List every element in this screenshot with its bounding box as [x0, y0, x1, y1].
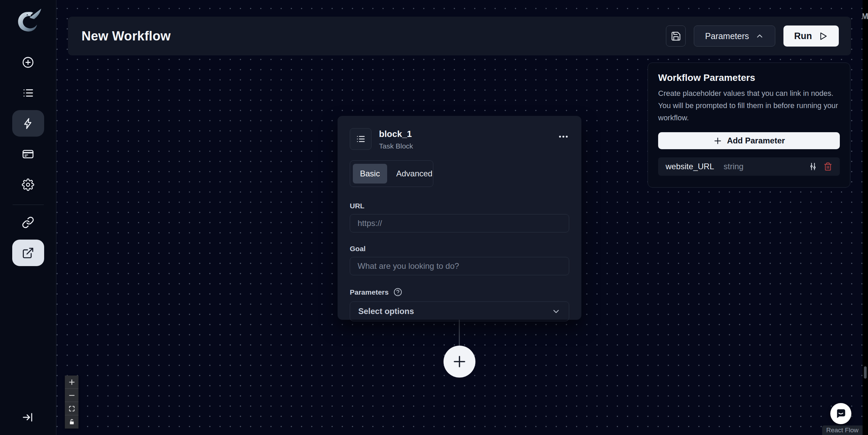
sidebar-item-billing[interactable] [12, 141, 44, 167]
tab-advanced[interactable]: Advanced [389, 164, 440, 184]
parameters-field-group: Parameters Select options [350, 288, 569, 321]
fit-view-button[interactable] [65, 402, 78, 415]
task-block-icon-box[interactable] [350, 128, 372, 150]
chevron-down-icon [551, 307, 561, 316]
lightning-icon [22, 117, 34, 130]
sidebar-divider [13, 205, 44, 205]
run-label: Run [794, 31, 812, 41]
block-title: block_1 [379, 129, 413, 139]
save-button[interactable] [666, 25, 686, 47]
goal-label: Goal [350, 245, 569, 253]
list-icon [22, 87, 34, 99]
sidebar-item-share[interactable] [12, 240, 44, 266]
ellipsis-icon [558, 131, 569, 142]
url-field-group: URL [350, 202, 569, 232]
plus-icon [713, 136, 722, 145]
messenger-launcher[interactable] [830, 403, 851, 424]
scrollbar-thumb[interactable] [864, 366, 867, 379]
block-subtitle: Task Block [379, 142, 413, 150]
parameter-row: website_URL string [658, 157, 840, 176]
block-mode-tabs: Basic Advanced [350, 160, 433, 187]
zoom-out-icon [68, 392, 75, 399]
chevron-up-icon [755, 32, 764, 40]
parameters-toggle-label: Parameters [705, 31, 749, 41]
add-parameter-label: Add Parameter [727, 136, 785, 145]
zoom-out-button[interactable] [65, 389, 78, 402]
add-node-button[interactable] [444, 346, 475, 378]
external-link-icon [22, 247, 34, 259]
link-icon [22, 216, 34, 229]
add-parameter-button[interactable]: Add Parameter [658, 132, 840, 149]
collapse-sidebar-button[interactable] [12, 406, 44, 428]
zoom-in-icon [68, 379, 75, 386]
trash-icon[interactable] [824, 162, 832, 171]
plus-circle-icon [22, 56, 34, 69]
sidebar-item-settings[interactable] [12, 171, 44, 198]
url-input[interactable] [350, 214, 569, 232]
unlock-icon [68, 418, 75, 425]
task-block-header: block_1 Task Block [350, 128, 569, 150]
goal-input[interactable] [350, 257, 569, 275]
collapse-sidebar-icon [22, 411, 35, 424]
sidebar [0, 0, 56, 435]
task-block-node[interactable]: block_1 Task Block Basic Advanced URL Go… [338, 116, 581, 320]
parameters-toggle-button[interactable]: Parameters [694, 25, 775, 47]
sliders-icon[interactable] [809, 162, 817, 171]
task-list-icon [356, 134, 366, 144]
gear-icon [22, 178, 34, 191]
tab-basic[interactable]: Basic [353, 164, 387, 184]
page-title: New Workflow [82, 29, 171, 44]
help-circle-icon[interactable] [393, 288, 402, 297]
fit-view-icon [68, 405, 75, 412]
sidebar-nav [12, 49, 44, 270]
parameters-select[interactable]: Select options [350, 301, 569, 321]
panel-title: Workflow Parameters [658, 72, 840, 83]
parameters-select-value: Select options [358, 307, 414, 316]
chat-bubble-icon [835, 407, 847, 420]
sidebar-item-workflows[interactable] [12, 110, 44, 137]
parameter-type: string [724, 162, 744, 171]
parameter-name: website_URL [666, 162, 714, 171]
react-flow-attribution[interactable]: React Flow [822, 425, 863, 435]
sidebar-item-integrations[interactable] [12, 209, 44, 236]
panel-description: Create placeholder values that you can l… [658, 87, 840, 124]
workflow-header: New Workflow Parameters Run [68, 17, 851, 55]
plus-icon [451, 353, 468, 370]
save-icon [671, 31, 681, 41]
url-label: URL [350, 202, 569, 210]
play-icon [818, 31, 828, 41]
sidebar-item-tasks[interactable] [12, 80, 44, 106]
run-button[interactable]: Run [783, 25, 839, 47]
clipped-edge-text: M [863, 12, 868, 21]
attribution-label: React Flow [826, 427, 858, 434]
parameters-label-row: Parameters [350, 288, 569, 297]
header-actions: Parameters Run [666, 25, 839, 47]
workflow-parameters-panel: Workflow Parameters Create placeholder v… [648, 63, 850, 188]
lock-button[interactable] [65, 415, 78, 429]
credit-card-icon [22, 148, 34, 160]
skyvern-dragon-logo[interactable] [12, 4, 44, 38]
parameter-actions [809, 162, 832, 171]
block-menu-button[interactable] [558, 131, 569, 142]
sidebar-item-create[interactable] [12, 49, 44, 75]
canvas-controls [65, 376, 78, 429]
goal-field-group: Goal [350, 245, 569, 275]
task-block-titles: block_1 Task Block [379, 128, 413, 150]
node-edge-connector [459, 320, 460, 346]
right-edge-strip: M [863, 0, 868, 435]
parameters-label: Parameters [350, 288, 388, 296]
zoom-in-button[interactable] [65, 376, 78, 389]
